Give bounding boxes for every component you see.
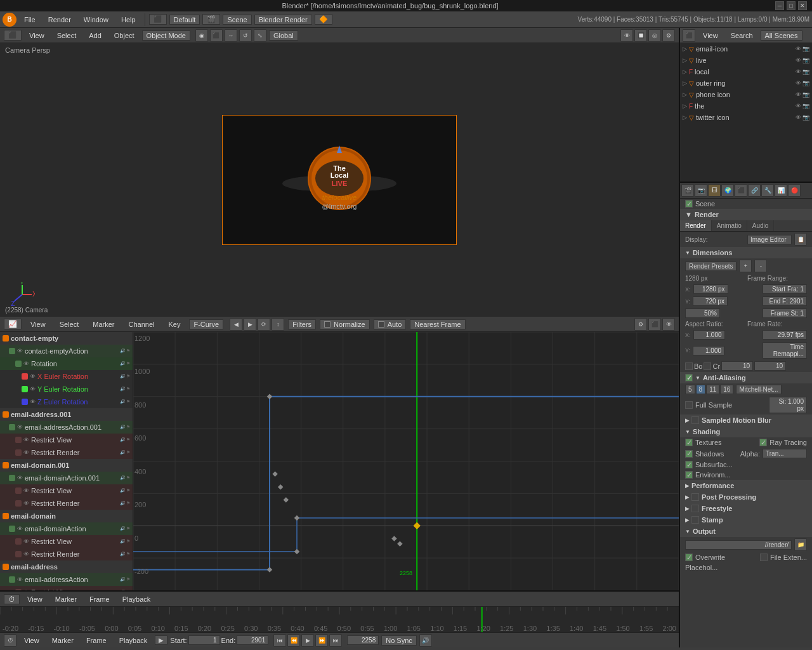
channel-eye-icon[interactable]: 👁 bbox=[30, 373, 36, 380]
timeremap-val[interactable]: Time Remappi... bbox=[763, 342, 807, 359]
channel-eye-icon[interactable]: 👁 bbox=[30, 399, 36, 405]
transform-tool[interactable]: ↔ bbox=[225, 29, 237, 42]
viewport-view-menu[interactable]: View bbox=[24, 30, 49, 41]
channel-item[interactable]: 👁email-domainAction.001🔊⚑ bbox=[0, 472, 133, 484]
obj-render-icon[interactable]: 📷 bbox=[802, 57, 809, 63]
end-frame-val[interactable]: End F: 2901 bbox=[763, 296, 807, 306]
curve-type-selector[interactable]: F-Curve bbox=[189, 319, 223, 329]
anim-select-menu[interactable]: Select bbox=[55, 319, 84, 329]
render-tab-render[interactable]: Render bbox=[680, 220, 712, 231]
viewport-editor-icon[interactable]: ⬛ bbox=[4, 30, 22, 41]
render-engine-selector[interactable]: Blender Render bbox=[254, 15, 312, 25]
outliner-content[interactable]: ▷ ▽ email-icon 👁 📷 ▷ ▽ live 👁 📷 ▷ F loca… bbox=[680, 43, 812, 182]
res-y-input[interactable]: 720 px bbox=[693, 296, 728, 306]
anim-tool-1[interactable]: ◀ bbox=[230, 318, 242, 331]
viewport-select-menu[interactable]: Select bbox=[52, 30, 82, 41]
channel-item[interactable]: 👁Restrict Render🔊⚑ bbox=[0, 446, 133, 459]
channel-flag-icon[interactable]: ⚑ bbox=[126, 348, 130, 354]
channel-item[interactable]: 👁email-addressAction.001🔊⚑ bbox=[0, 421, 133, 434]
channel-eye-icon[interactable]: 👁 bbox=[23, 437, 29, 443]
outliner-item[interactable]: ▷ ▽ twitter icon 👁 📷 bbox=[680, 112, 812, 123]
dimensions-header[interactable]: ▼ Dimensions bbox=[680, 247, 812, 258]
obj-render-icon[interactable]: 📷 bbox=[802, 114, 809, 121]
obj-render-icon[interactable]: 📷 bbox=[802, 80, 809, 86]
timeline-view-menu[interactable]: View bbox=[22, 594, 48, 604]
channel-audio-icon[interactable]: 🔊 bbox=[120, 387, 126, 392]
channel-eye-icon[interactable]: 👁 bbox=[17, 576, 23, 583]
timeline-footer-playback[interactable]: Playback bbox=[114, 635, 153, 646]
next-key-btn[interactable]: ⏩ bbox=[315, 634, 328, 647]
outliner-search-menu[interactable]: Search bbox=[726, 30, 758, 41]
obj-render-icon[interactable]: 📷 bbox=[802, 103, 809, 109]
channel-audio-icon[interactable]: 🔊 bbox=[120, 450, 126, 455]
start-frame-input[interactable]: 1 bbox=[188, 635, 220, 645]
cr-checkbox[interactable] bbox=[704, 362, 711, 370]
timeline-editor-icon[interactable]: ⏱ bbox=[4, 594, 20, 604]
menu-file[interactable]: File bbox=[19, 15, 41, 25]
channel-flag-icon[interactable]: ⚑ bbox=[126, 361, 130, 366]
postprocessing-checkbox[interactable] bbox=[691, 493, 699, 501]
viewport-icon-4[interactable]: ⚙ bbox=[662, 29, 675, 42]
scene-checkbox[interactable]: ✓ bbox=[685, 200, 693, 208]
obj-visible-icon[interactable]: 👁 bbox=[796, 57, 801, 63]
subsurface-checkbox[interactable]: ✓ bbox=[685, 461, 693, 468]
channel-eye-icon[interactable]: 👁 bbox=[17, 526, 23, 532]
render-section-header[interactable]: ▼ Render bbox=[680, 209, 812, 220]
outliner-item[interactable]: ▷ ▽ email-icon 👁 📷 bbox=[680, 43, 812, 55]
channel-item[interactable]: 👁Z Euler Rotation🔊⚑ bbox=[0, 395, 133, 408]
channel-item[interactable]: email-domain.001 bbox=[0, 459, 133, 472]
channel-audio-icon[interactable]: 🔊 bbox=[120, 501, 126, 506]
end-frame-input[interactable]: 2901 bbox=[237, 635, 268, 645]
anim-marker-menu[interactable]: Marker bbox=[88, 319, 119, 329]
channel-eye-icon[interactable]: 👁 bbox=[17, 475, 23, 481]
shadows-checkbox[interactable]: ✓ bbox=[685, 450, 693, 458]
channel-eye-icon[interactable]: 👁 bbox=[23, 449, 29, 456]
channel-audio-icon[interactable]: 🔊 bbox=[120, 577, 126, 582]
stamp-checkbox[interactable] bbox=[691, 516, 699, 524]
channel-flag-icon[interactable]: ⚑ bbox=[126, 387, 130, 392]
channel-item[interactable]: 👁Restrict View🔊⚑ bbox=[0, 434, 133, 446]
channel-item[interactable]: 👁contact-emptyAction🔊⚑ bbox=[0, 345, 133, 357]
channel-flag-icon[interactable]: ⚑ bbox=[126, 552, 130, 557]
aa-header[interactable]: ✓ ▼ Anti-Aliasing bbox=[680, 372, 812, 383]
channel-flag-icon[interactable]: ⚑ bbox=[126, 488, 130, 493]
aa-enable-checkbox[interactable]: ✓ bbox=[685, 374, 693, 381]
viewport-add-menu[interactable]: Add bbox=[84, 30, 107, 41]
outliner-item[interactable]: ▷ ▽ live 👁 📷 bbox=[680, 55, 812, 66]
channel-list[interactable]: contact-empty👁contact-emptyAction🔊⚑👁Rota… bbox=[0, 332, 133, 590]
channel-item[interactable]: 👁X Euler Rotation🔊⚑ bbox=[0, 370, 133, 383]
blender-logo[interactable]: B bbox=[3, 13, 16, 27]
jump-end-btn[interactable]: ⏭ bbox=[329, 634, 342, 647]
timeline-marker-menu[interactable]: Marker bbox=[50, 594, 82, 604]
textures-checkbox[interactable]: ✓ bbox=[685, 439, 693, 446]
fcurve-graph[interactable]: 1200 1000 800 600 400 200 0 -200 2258 bbox=[133, 332, 679, 590]
scale-tool[interactable]: ⤡ bbox=[254, 29, 266, 42]
workspace-selector[interactable]: Default bbox=[169, 15, 200, 25]
channel-flag-icon[interactable]: ⚑ bbox=[126, 577, 130, 582]
motionblur-checkbox[interactable] bbox=[691, 416, 699, 424]
channel-eye-icon[interactable]: 👁 bbox=[23, 500, 29, 507]
channel-audio-icon[interactable]: 🔊 bbox=[120, 526, 126, 531]
channel-flag-icon[interactable]: ⚑ bbox=[126, 501, 130, 506]
aspect-y-input[interactable]: 1.000 bbox=[693, 346, 724, 355]
obj-visible-icon[interactable]: 👁 bbox=[796, 46, 801, 52]
obj-visible-icon[interactable]: 👁 bbox=[796, 80, 801, 86]
props-world-icon[interactable]: 🌍 bbox=[721, 184, 734, 197]
channel-item[interactable]: 👁email-addressAction🔊⚑ bbox=[0, 573, 133, 586]
props-constraints-icon[interactable]: 🔗 bbox=[748, 184, 761, 197]
channel-eye-icon[interactable]: 👁 bbox=[30, 386, 36, 392]
render-icon[interactable]: 🔶 bbox=[315, 14, 332, 25]
obj-render-icon[interactable]: 📷 bbox=[802, 69, 809, 75]
props-obj-icon[interactable]: ⬛ bbox=[735, 184, 747, 197]
channel-flag-icon[interactable]: ⚑ bbox=[126, 425, 130, 430]
props-material-icon[interactable]: 🔴 bbox=[788, 184, 801, 197]
channel-item[interactable]: 👁Restrict View🔊⚑ bbox=[0, 535, 133, 548]
channel-flag-icon[interactable]: ⚑ bbox=[126, 399, 130, 404]
normalize-btn[interactable]: Normalize bbox=[320, 319, 370, 329]
obj-visible-icon[interactable]: 👁 bbox=[796, 103, 801, 109]
frame-step-val[interactable]: Frame St: 1 bbox=[763, 308, 807, 318]
aa-btn-8[interactable]: 8 bbox=[696, 385, 706, 394]
current-frame-input[interactable]: 2258 bbox=[347, 635, 379, 645]
freestyle-header[interactable]: ▶ Freestyle bbox=[680, 503, 812, 514]
channel-item[interactable]: 👁email-domainAction🔊⚑ bbox=[0, 522, 133, 535]
